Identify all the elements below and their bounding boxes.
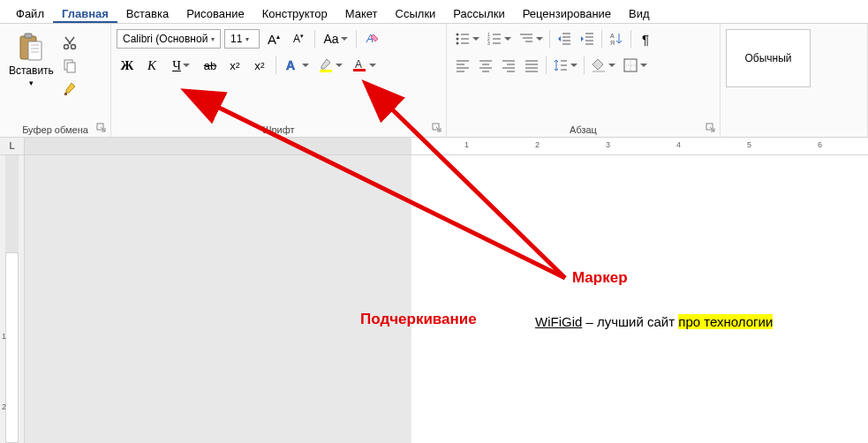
svg-point-7 [71, 45, 75, 49]
svg-text:A: A [286, 58, 295, 72]
svg-text:A: A [355, 58, 362, 71]
change-case-button[interactable]: Aa [321, 29, 351, 49]
svg-rect-62 [593, 71, 605, 72]
highlighted-text: про технологии [678, 314, 773, 329]
menu-layout[interactable]: Макет [336, 4, 387, 23]
svg-rect-2 [28, 41, 42, 60]
align-center-button[interactable] [475, 56, 496, 75]
text-effects-icon: A [284, 57, 300, 73]
svg-text:3: 3 [487, 41, 490, 46]
menu-references[interactable]: Ссылки [387, 4, 445, 23]
group-styles: Обычный [721, 24, 868, 137]
scissors-icon [62, 35, 78, 51]
grow-font-icon: A▴ [268, 32, 280, 47]
menu-draw[interactable]: Рисование [177, 4, 253, 23]
menu-insert[interactable]: Вставка [117, 4, 177, 23]
indent-icon [579, 31, 595, 47]
svg-rect-14 [320, 70, 332, 72]
brush-icon [62, 81, 78, 97]
copy-button[interactable] [61, 57, 79, 75]
menu-file[interactable]: Файл [7, 4, 53, 23]
format-painter-button[interactable] [61, 80, 79, 98]
clear-formatting-button[interactable]: A [362, 29, 383, 49]
multilevel-button[interactable] [516, 29, 546, 49]
font-name-combo[interactable]: Calibri (Основной▾ [117, 29, 221, 49]
menu-view[interactable]: Вид [620, 4, 659, 23]
svg-text:A: A [610, 33, 615, 39]
svg-point-20 [457, 38, 459, 41]
font-color-button[interactable]: A [349, 56, 379, 75]
subscript-button[interactable]: x2 [224, 56, 245, 75]
menu-design[interactable]: Конструктор [253, 4, 336, 23]
align-left-button[interactable] [452, 56, 473, 75]
group-label-font: Шрифт [117, 121, 441, 135]
group-clipboard: Вставить ▾ Буфер обмена [0, 24, 111, 137]
sort-button[interactable]: AЯ [606, 29, 627, 49]
grow-font-button[interactable]: A▴ [263, 29, 284, 49]
copy-icon [62, 58, 78, 74]
svg-point-22 [457, 42, 459, 45]
chevron-down-icon: ▾ [29, 79, 34, 87]
italic-button[interactable]: К [141, 56, 162, 75]
multilevel-icon [518, 31, 534, 47]
bullets-button[interactable] [452, 29, 482, 49]
menu-bar: Файл Главная Вставка Рисование Конструкт… [0, 0, 868, 23]
document-text[interactable]: WiFiGid – лучший сайт про технологии [535, 314, 773, 329]
increase-indent-button[interactable] [577, 29, 598, 49]
cut-button[interactable] [61, 34, 79, 52]
underline-button[interactable]: Ч [166, 56, 196, 75]
group-label-paragraph: Абзац [452, 121, 714, 135]
paste-icon [17, 33, 45, 63]
superscript-button[interactable]: x2 [249, 56, 270, 75]
strike-button[interactable]: ab [200, 56, 221, 75]
numbering-icon: 123 [487, 31, 502, 47]
highlight-button[interactable] [315, 56, 345, 75]
annotation-underline-label: Подчеркивание [360, 311, 477, 328]
gray-background [25, 155, 411, 443]
menu-mailings[interactable]: Рассылки [444, 4, 513, 23]
svg-rect-1 [25, 34, 32, 38]
svg-point-6 [64, 45, 68, 49]
group-label-clipboard: Буфер обмена [5, 121, 105, 135]
dialog-launcher-paragraph[interactable] [706, 123, 716, 133]
dialog-launcher-clipboard[interactable] [96, 123, 107, 133]
align-right-button[interactable] [498, 56, 519, 75]
justify-icon [524, 57, 540, 73]
show-marks-button[interactable]: ¶ [635, 29, 656, 49]
group-paragraph: 123 AЯ ¶ Абзац [447, 24, 721, 137]
chevron-down-icon: ▾ [211, 35, 215, 43]
menu-home[interactable]: Главная [53, 4, 117, 23]
line-spacing-icon [553, 57, 569, 73]
borders-button[interactable] [620, 56, 650, 75]
font-size-combo[interactable]: 11▾ [224, 29, 260, 49]
borders-icon [623, 57, 638, 73]
bold-button[interactable]: Ж [117, 56, 138, 75]
ribbon: Вставить ▾ Буфер обмена Calibri (Основно [0, 23, 868, 138]
svg-rect-10 [64, 93, 67, 95]
document-area: 1 2 WiFiGid – лучший сайт про технологии [0, 155, 868, 443]
chevron-down-icon: ▾ [245, 35, 249, 43]
bullets-icon [455, 31, 471, 47]
numbering-button[interactable]: 123 [484, 29, 514, 49]
vertical-ruler[interactable]: 1 2 [0, 155, 25, 443]
line-spacing-button[interactable] [550, 56, 580, 75]
font-color-icon: A [351, 57, 367, 73]
pilcrow-icon: ¶ [642, 32, 649, 47]
horizontal-ruler[interactable]: L 1 2 3 4 5 6 [0, 138, 868, 155]
underlined-word: WiFiGid [535, 314, 582, 329]
align-left-icon [455, 57, 471, 73]
dialog-launcher-font[interactable] [432, 123, 442, 133]
style-normal[interactable]: Обычный [726, 29, 811, 87]
document-page[interactable]: WiFiGid – лучший сайт про технологии [411, 155, 868, 443]
menu-review[interactable]: Рецензирование [514, 4, 620, 23]
justify-button[interactable] [521, 56, 542, 75]
tab-selector[interactable]: L [0, 138, 25, 154]
paste-button[interactable]: Вставить ▾ [5, 29, 57, 98]
svg-text:Я: Я [610, 40, 615, 46]
shrink-font-button[interactable]: A▾ [288, 29, 309, 49]
svg-rect-16 [353, 69, 366, 71]
text-effects-button[interactable]: A [282, 56, 312, 75]
decrease-indent-button[interactable] [554, 29, 575, 49]
clear-format-icon: A [365, 31, 381, 47]
shading-button[interactable] [588, 56, 618, 75]
